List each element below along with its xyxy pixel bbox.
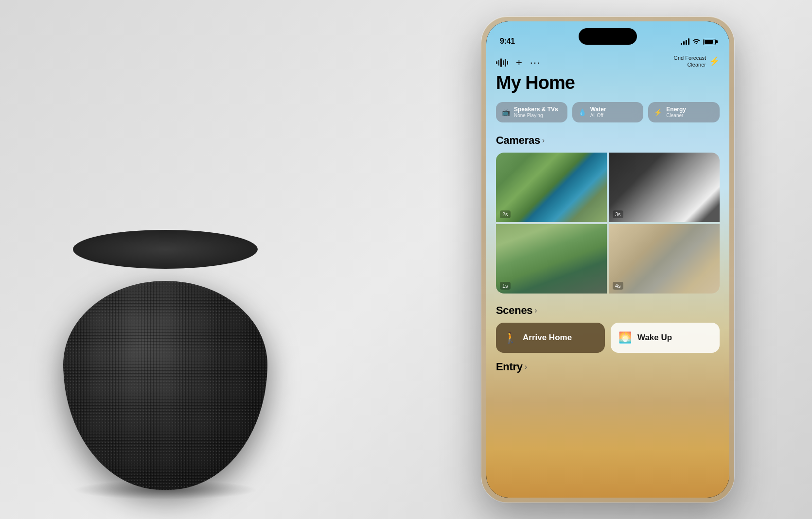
arrive-home-label: Arrive Home	[523, 333, 572, 343]
scene-arrive-home-button[interactable]: 🚶 Arrive Home	[496, 323, 605, 353]
energy-icon: ⚡	[654, 108, 662, 116]
add-icon[interactable]: +	[516, 56, 522, 69]
iphone-wrapper: 9:41	[481, 15, 734, 504]
scene-wake-up-button[interactable]: 🌅 Wake Up	[611, 323, 720, 353]
arrive-home-icon: 🚶	[504, 331, 517, 344]
chip-water[interactable]: 💧 Water All Off	[572, 102, 644, 122]
camera-timer-2: 3s	[613, 210, 623, 218]
chip-speakers-label: Speakers & TVs	[514, 106, 558, 113]
camera-timer-3: 1s	[500, 282, 511, 290]
entry-chevron: ›	[525, 363, 527, 371]
grid-forecast-text: Grid Forecast Cleaner	[673, 54, 706, 69]
status-icons	[681, 38, 716, 46]
chip-energy-sublabel: Cleaner	[666, 113, 686, 119]
wake-up-icon: 🌅	[618, 331, 632, 344]
camera-timer-4: 4s	[613, 282, 623, 290]
scenes-row: 🚶 Arrive Home 🌅 Wake Up	[496, 323, 720, 353]
chip-speakers[interactable]: 📺 Speakers & TVs None Playing	[496, 102, 567, 122]
cameras-title: Cameras	[496, 134, 540, 147]
camera-cell-2[interactable]: 3s	[609, 153, 720, 222]
entry-section[interactable]: Entry ›	[496, 361, 720, 373]
iphone-inner: 9:41	[486, 21, 729, 498]
status-time: 9:41	[500, 37, 515, 46]
chip-speakers-sublabel: None Playing	[514, 113, 558, 119]
page-title: My Home	[496, 73, 720, 93]
more-icon[interactable]: ···	[530, 56, 540, 69]
camera-cell-3[interactable]: 1s	[496, 224, 607, 294]
iphone-frame: 9:41	[481, 17, 734, 502]
app-content: + ··· Grid Forecast Cleaner ⚡	[486, 50, 729, 498]
camera-cell-4[interactable]: 4s	[609, 224, 720, 294]
camera-timer-1: 2s	[500, 210, 511, 218]
app-header: + ··· Grid Forecast Cleaner ⚡	[496, 50, 720, 69]
scenes-chevron: ›	[534, 306, 537, 315]
header-icons: + ···	[496, 54, 540, 69]
signal-icon	[681, 39, 689, 45]
scenes-section-header[interactable]: Scenes ›	[496, 304, 720, 317]
entry-section-header[interactable]: Entry ›	[496, 361, 720, 373]
chip-energy-label: Energy	[666, 106, 686, 113]
chip-energy[interactable]: ⚡ Energy Cleaner	[648, 102, 720, 122]
chip-water-label: Water	[590, 106, 606, 113]
grid-forecast: Grid Forecast Cleaner ⚡	[673, 54, 720, 69]
scenes-title: Scenes	[496, 304, 532, 317]
camera-grid: 2s 3s 1s 4s	[496, 153, 720, 294]
iphone-screen: 9:41	[486, 21, 729, 498]
entry-title: Entry	[496, 361, 523, 373]
chips-row: 📺 Speakers & TVs None Playing 💧	[496, 102, 720, 122]
battery-icon	[703, 39, 716, 45]
dynamic-island	[579, 28, 637, 45]
wifi-icon	[692, 38, 700, 46]
cameras-section-header[interactable]: Cameras ›	[496, 134, 720, 147]
chip-water-sublabel: All Off	[590, 113, 606, 119]
camera-cell-1[interactable]: 2s	[496, 153, 607, 222]
grid-forecast-icon: ⚡	[709, 56, 720, 67]
homepod-mini	[39, 237, 292, 490]
cameras-chevron: ›	[542, 136, 545, 145]
speakers-icon: 📺	[502, 108, 510, 116]
homepod-body	[63, 281, 267, 490]
water-icon: 💧	[578, 108, 586, 116]
scenes-section: Scenes › 🚶 Arrive Home 🌅 Wake	[496, 304, 720, 353]
waveform-icon[interactable]	[496, 58, 508, 67]
scene-container: 9:41	[0, 0, 812, 519]
wake-up-label: Wake Up	[637, 333, 672, 343]
homepod-mesh-dots	[63, 281, 267, 490]
homepod-top	[73, 230, 258, 269]
